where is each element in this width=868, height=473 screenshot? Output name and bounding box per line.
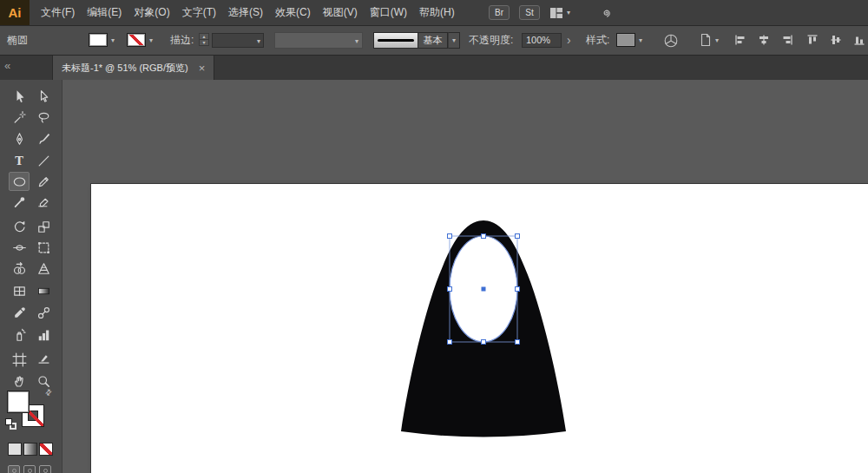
stroke-weight-combo[interactable]: ▾ (212, 33, 264, 48)
none-button[interactable] (39, 443, 53, 456)
tool-scale[interactable] (33, 217, 54, 236)
align-center-horizontal-button[interactable] (757, 33, 771, 47)
tool-column-graph[interactable] (33, 325, 54, 345)
brush-stroke-preview (373, 32, 418, 49)
caret-down-icon: ▾ (448, 32, 460, 49)
tool-zoom[interactable] (33, 371, 54, 391)
tool-panel: T (0, 80, 62, 473)
style-swatch-dropdown[interactable] (616, 33, 635, 47)
tool-slice[interactable] (33, 350, 54, 369)
step-down-icon[interactable]: ▾ (199, 39, 209, 46)
tool-symbol-sprayer[interactable] (9, 325, 30, 345)
caret-down-icon[interactable]: ▾ (715, 37, 719, 44)
illustrator-window: Ai 文件(F) 编辑(E) 对象(O) 文字(T) 选择(S) 效果(C) 视… (0, 0, 868, 473)
default-fill-stroke-icon[interactable] (5, 418, 17, 430)
tool-type[interactable]: T (9, 151, 30, 170)
opacity-value: 100% (523, 34, 561, 47)
align-middle-vertical-button[interactable] (829, 33, 843, 47)
document-tab-title: 未标题-1* @ 51% (RGB/预览) (62, 62, 188, 75)
tool-blend[interactable] (33, 303, 54, 322)
opacity-field[interactable]: 100% (522, 33, 562, 48)
draw-inside-button[interactable] (39, 465, 51, 473)
brush-definition-dropdown[interactable]: 基本 ▾ (373, 32, 460, 49)
gradient-button[interactable] (23, 443, 37, 456)
artboard[interactable] (91, 184, 868, 473)
tool-line-segment[interactable] (33, 151, 54, 170)
tool-ellipse-selected[interactable] (9, 172, 30, 191)
opacity-label: 不透明度: (469, 26, 513, 54)
tool-width[interactable] (9, 238, 30, 257)
stroke-weight-stepper[interactable]: ▴ ▾ (199, 33, 209, 46)
workspace-switcher[interactable]: ▾ (549, 7, 570, 19)
caret-down-icon: ▾ (567, 10, 570, 16)
tool-pen[interactable] (9, 129, 30, 148)
tool-eyedropper[interactable] (9, 303, 30, 322)
opacity-panel-chevron[interactable]: › (567, 26, 571, 54)
menu-item-select[interactable]: 选择(S) (222, 0, 269, 25)
tool-mesh[interactable] (9, 281, 30, 300)
stock-button[interactable]: St (519, 5, 540, 20)
tool-pencil[interactable] (33, 172, 54, 191)
draw-normal-button[interactable] (8, 465, 20, 473)
align-bottom-button[interactable] (852, 33, 866, 47)
menu-item-edit[interactable]: 编辑(E) (81, 0, 128, 25)
tool-shape-builder[interactable] (9, 259, 30, 278)
menu-item-type[interactable]: 文字(T) (176, 0, 222, 25)
width-profile-dropdown[interactable]: ▾ (274, 32, 363, 49)
color-button[interactable] (8, 443, 22, 456)
close-icon[interactable]: × (199, 62, 206, 74)
caret-down-icon[interactable]: ▾ (149, 37, 153, 44)
tool-selection[interactable] (9, 87, 30, 106)
tool-perspective-grid[interactable] (33, 259, 54, 278)
workspace-layout-icon (549, 7, 563, 19)
menu-item-view[interactable]: 视图(V) (317, 0, 364, 25)
tool-direct-selection[interactable] (33, 87, 54, 106)
menu-bar: Ai 文件(F) 编辑(E) 对象(O) 文字(T) 选择(S) 效果(C) 视… (0, 0, 868, 26)
align-left-button[interactable] (733, 33, 747, 47)
document-setup-button[interactable] (700, 33, 712, 50)
tool-magic-wand[interactable] (9, 108, 30, 127)
tool-blob-brush[interactable] (9, 193, 30, 212)
draw-behind-button[interactable] (23, 465, 36, 473)
control-bar: 椭圆 ▾ ▾ 描边: ▴ ▾ ▾ ▾ 基本 ▾ 不透明度: 100% › (0, 26, 868, 56)
tool-hand[interactable] (9, 371, 30, 391)
default-fill-mini (5, 418, 12, 425)
menu-item-window[interactable]: 窗口(W) (364, 0, 413, 25)
tool-lasso[interactable] (33, 108, 54, 127)
context-label: 椭圆 (7, 26, 28, 54)
menu-item-help[interactable]: 帮助(H) (413, 0, 461, 25)
caret-down-icon: ▾ (257, 38, 260, 45)
caret-down-icon[interactable]: ▾ (639, 37, 642, 44)
tool-gradient[interactable] (33, 281, 54, 300)
tool-artboard[interactable] (9, 350, 30, 369)
menu-item-file[interactable]: 文件(F) (35, 0, 81, 25)
type-tool-glyph: T (15, 154, 23, 168)
canvas-area[interactable] (62, 80, 868, 473)
stroke-weight-label: 描边: (170, 26, 194, 54)
recolor-artwork-button[interactable] (663, 33, 679, 52)
caret-down-icon[interactable]: ▾ (111, 37, 115, 44)
fill-color-control[interactable] (7, 391, 30, 413)
caret-down-icon: ▾ (355, 38, 358, 45)
selection-center-point[interactable] (482, 287, 486, 292)
menu-item-object[interactable]: 对象(O) (128, 0, 175, 25)
document-tab-bar: « 未标题-1* @ 51% (RGB/预览) × (0, 56, 868, 80)
tool-free-transform[interactable] (33, 238, 54, 257)
tool-rotate[interactable] (9, 217, 30, 236)
menu-item-effect[interactable]: 效果(C) (269, 0, 317, 25)
fill-color-dropdown[interactable] (89, 33, 108, 47)
app-logo: Ai (0, 0, 30, 25)
align-right-button[interactable] (780, 33, 794, 47)
tool-paintbrush[interactable] (33, 129, 54, 148)
panel-collapse-icon[interactable]: « (4, 59, 9, 72)
align-top-button[interactable] (806, 33, 819, 47)
brush-name: 基本 (418, 32, 448, 49)
hand-swirl-icon[interactable] (599, 6, 613, 23)
bridge-button[interactable]: Br (489, 5, 510, 20)
style-label: 样式: (586, 26, 609, 54)
tool-eraser[interactable] (33, 193, 54, 212)
stroke-color-dropdown[interactable] (127, 33, 146, 47)
document-tab[interactable]: 未标题-1* @ 51% (RGB/预览) × (52, 56, 214, 80)
artwork-layer (91, 184, 868, 473)
